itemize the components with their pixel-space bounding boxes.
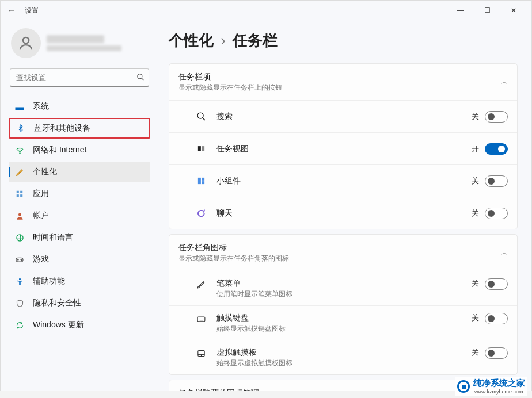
- sidebar-item-label: 辅助功能: [33, 276, 65, 286]
- svg-rect-7: [20, 194, 22, 197]
- sidebar-item-system[interactable]: ▬ 系统: [9, 96, 150, 117]
- svg-line-17: [202, 118, 204, 120]
- accessibility-icon: [14, 276, 25, 286]
- sidebar-item-label: 蓝牙和其他设备: [34, 123, 90, 133]
- toggle-pen-menu[interactable]: [485, 278, 508, 290]
- chevron-right-icon: ›: [221, 32, 226, 49]
- svg-rect-24: [197, 317, 205, 322]
- svg-rect-20: [197, 178, 200, 184]
- personalization-icon: [14, 167, 25, 177]
- search-icon: [195, 112, 207, 121]
- sidebar-item-label: 帐户: [33, 211, 49, 221]
- svg-point-16: [197, 113, 203, 118]
- row-search: 搜索 关: [169, 100, 517, 132]
- row-sublabel: 始终显示触摸键盘图标: [216, 324, 286, 333]
- toggle-state: 开: [472, 144, 479, 154]
- sidebar-item-time-language[interactable]: 时间和语言: [9, 227, 150, 248]
- touchpad-icon: [195, 349, 207, 358]
- row-pen-menu: 笔菜单 使用笔时显示笔菜单图标 关: [169, 271, 517, 305]
- svg-point-15: [19, 278, 21, 280]
- svg-rect-18: [197, 146, 200, 151]
- search-input[interactable]: [10, 68, 149, 87]
- toggle-state: 关: [472, 208, 479, 219]
- toggle-state: 关: [472, 278, 479, 289]
- toggle-touch-keyboard[interactable]: [485, 313, 508, 324]
- toggle-widgets[interactable]: [485, 175, 508, 187]
- widgets-icon: [195, 177, 207, 185]
- sidebar-item-apps[interactable]: 应用: [9, 183, 150, 204]
- sidebar-item-privacy[interactable]: 隐私和安全性: [9, 293, 150, 313]
- toggle-state: 关: [472, 112, 479, 122]
- toggle-virtual-touchpad[interactable]: [485, 347, 508, 359]
- user-email: [47, 45, 121, 51]
- app-window: ← 设置 ― ☐ ✕: [0, 0, 532, 391]
- sidebar-item-label: 系统: [33, 101, 49, 112]
- pen-icon: [195, 280, 207, 289]
- svg-point-0: [23, 37, 29, 44]
- titlebar: ← 设置 ― ☐ ✕: [1, 1, 531, 20]
- sidebar-item-gaming[interactable]: 游戏: [9, 249, 150, 270]
- sidebar-item-label: 个性化: [33, 167, 57, 177]
- svg-rect-22: [202, 181, 204, 184]
- svg-rect-5: [20, 191, 22, 193]
- row-label: 搜索: [216, 112, 233, 122]
- sidebar-item-windows-update[interactable]: Windows 更新: [9, 315, 150, 335]
- windows-update-icon: [14, 320, 25, 330]
- svg-rect-6: [17, 194, 19, 197]
- minimize-button[interactable]: ―: [447, 1, 474, 20]
- sidebar-item-label: 隐私和安全性: [33, 298, 81, 308]
- svg-point-3: [19, 152, 20, 153]
- toggle-state: 关: [472, 313, 479, 323]
- row-touch-keyboard: 触摸键盘 始终显示触摸键盘图标 关: [169, 305, 517, 340]
- sidebar-item-bluetooth[interactable]: 蓝牙和其他设备: [9, 118, 150, 139]
- time-language-icon: [14, 232, 25, 243]
- main-content: 个性化 › 任务栏 任务栏项 显示或隐藏显示在任务栏上的按钮 ︿ 搜索 关: [155, 20, 531, 391]
- maximize-button[interactable]: ☐: [474, 1, 500, 20]
- sidebar-item-accounts[interactable]: 帐户: [9, 205, 150, 226]
- chat-icon: [195, 209, 207, 218]
- row-label: 笔菜单: [216, 278, 292, 289]
- section-subtitle: 显示或隐藏显示在任务栏上的按钮: [178, 83, 282, 92]
- breadcrumb: 个性化 › 任务栏: [169, 30, 518, 51]
- gaming-icon: [14, 254, 25, 265]
- svg-rect-19: [202, 146, 204, 151]
- svg-line-2: [142, 78, 144, 81]
- row-widgets: 小组件 关: [169, 164, 517, 197]
- row-chat: 聊天 关: [169, 197, 517, 229]
- toggle-task-view[interactable]: [485, 143, 508, 155]
- toggle-chat[interactable]: [485, 208, 508, 219]
- breadcrumb-parent[interactable]: 个性化: [169, 30, 214, 51]
- toggle-search[interactable]: [485, 111, 508, 123]
- search-box: [10, 68, 149, 87]
- sidebar-item-accessibility[interactable]: 辅助功能: [9, 271, 150, 292]
- sidebar-item-network[interactable]: 网络和 Internet: [9, 140, 150, 160]
- toggle-state: 关: [472, 347, 479, 358]
- network-icon: [14, 145, 25, 155]
- row-task-view: 任务视图 开: [169, 132, 517, 164]
- section-title: 任务栏角图标: [178, 243, 289, 253]
- accounts-icon: [14, 211, 25, 221]
- section-header[interactable]: 任务栏角图标 显示或隐藏显示在任务栏角落的图标 ︿: [169, 235, 517, 271]
- back-button[interactable]: ←: [5, 6, 18, 15]
- close-button[interactable]: ✕: [500, 1, 527, 20]
- page-title: 任务栏: [233, 30, 278, 51]
- svg-point-1: [138, 74, 142, 79]
- section-title: 任务栏项: [178, 72, 282, 82]
- watermark-url: www.kzmyhome.com: [474, 389, 525, 395]
- sidebar-item-personalization[interactable]: 个性化: [9, 162, 150, 182]
- watermark-text: 纯净系统之家: [473, 378, 525, 389]
- section-header[interactable]: 任务栏项 显示或隐藏显示在任务栏上的按钮 ︿: [169, 64, 517, 100]
- sidebar: ▬ 系统 蓝牙和其他设备 网络和 Internet: [1, 20, 155, 391]
- sidebar-item-label: 网络和 Internet: [33, 145, 86, 155]
- sidebar-item-label: 应用: [33, 189, 49, 199]
- chevron-up-icon: ︿: [501, 248, 508, 258]
- nav-list: ▬ 系统 蓝牙和其他设备 网络和 Internet: [9, 96, 150, 335]
- avatar: [11, 28, 41, 58]
- section-corner-icons: 任务栏角图标 显示或隐藏显示在任务栏角落的图标 ︿ 笔菜单 使用笔时显示笔菜单图…: [169, 234, 518, 375]
- user-block[interactable]: [9, 25, 150, 66]
- sidebar-item-label: 时间和语言: [33, 232, 73, 243]
- section-subtitle: 显示或隐藏显示在任务栏角落的图标: [178, 254, 289, 263]
- svg-point-8: [18, 213, 21, 216]
- privacy-icon: [14, 298, 25, 308]
- svg-rect-21: [202, 178, 204, 181]
